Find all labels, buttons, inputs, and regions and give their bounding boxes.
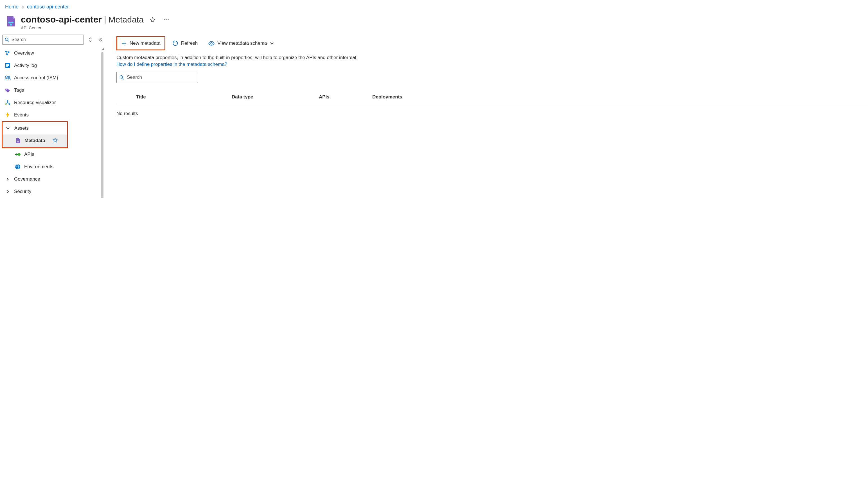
breadcrumb-home[interactable]: Home (5, 4, 19, 10)
view-metadata-schema-button[interactable]: View metadata schema (205, 38, 277, 49)
sidebar-scrollbar[interactable] (101, 52, 103, 198)
column-header-title[interactable]: Title (136, 94, 232, 100)
svg-point-4 (166, 19, 166, 20)
access-control-icon (4, 75, 11, 81)
refresh-button[interactable]: Refresh (169, 38, 201, 49)
main-content: New metadata Refresh View metadata schem… (107, 33, 868, 116)
content-search[interactable] (116, 72, 198, 83)
sidebar-item-tags[interactable]: Tags (2, 84, 104, 96)
sidebar-item-iam[interactable]: Access control (IAM) (2, 72, 104, 84)
sidebar-group-label: Security (14, 189, 31, 194)
apis-icon (14, 151, 21, 157)
favorite-button[interactable] (148, 15, 157, 24)
plus-icon (121, 40, 127, 46)
column-header-data-type[interactable]: Data type (232, 94, 319, 100)
svg-point-6 (5, 38, 8, 41)
svg-point-20 (9, 103, 10, 105)
highlight-assets-metadata: Assets Metadata (2, 121, 68, 148)
content-search-input[interactable] (127, 74, 195, 80)
chevron-double-left-icon (98, 37, 103, 42)
highlight-new-metadata: New metadata (116, 36, 165, 50)
more-button[interactable] (162, 17, 171, 22)
scroll-up-icon[interactable]: ▲ (101, 47, 105, 51)
content-description: Custom metadata properties, in addition … (116, 55, 868, 67)
chevron-down-icon (5, 127, 11, 130)
sidebar-group-security[interactable]: Security (2, 185, 104, 198)
breadcrumb: Home contoso-api-center (0, 0, 868, 13)
svg-rect-13 (6, 65, 9, 66)
sidebar-item-label: Overview (14, 50, 34, 56)
more-horizontal-icon (163, 19, 169, 21)
page-subtitle: API Center (21, 25, 171, 30)
sidebar: ▲ Overview Activity log Access control (… (0, 33, 107, 198)
chevron-right-icon (4, 177, 11, 181)
sidebar-search[interactable] (2, 35, 84, 45)
sidebar-group-assets[interactable]: Assets (3, 122, 67, 134)
favorite-item-button[interactable] (53, 138, 58, 144)
new-metadata-button[interactable]: New metadata (118, 38, 164, 49)
view-schema-icon (208, 41, 215, 46)
chevron-right-icon (21, 5, 24, 9)
toolbar-button-label: Refresh (181, 40, 198, 46)
page-section-label: Metadata (108, 15, 144, 24)
toolbar: New metadata Refresh View metadata schem… (116, 35, 868, 55)
svg-point-16 (8, 76, 10, 78)
events-icon (4, 112, 11, 118)
resource-visualizer-icon (4, 99, 11, 106)
environments-icon (14, 164, 21, 170)
svg-point-19 (5, 103, 7, 105)
sidebar-item-environments[interactable]: Environments (2, 161, 104, 173)
no-results-message: No results (116, 104, 868, 116)
svg-point-3 (164, 19, 164, 20)
breadcrumb-resource[interactable]: contoso-api-center (27, 4, 69, 10)
sidebar-group-governance[interactable]: Governance (2, 173, 104, 185)
sidebar-item-metadata[interactable]: Metadata (3, 134, 67, 147)
chevron-down-icon (270, 40, 274, 46)
chevron-right-icon (4, 189, 11, 193)
sidebar-expand-collapse-button[interactable] (87, 35, 94, 44)
refresh-icon (173, 40, 178, 46)
svg-rect-12 (6, 64, 9, 65)
sidebar-item-label: Access control (IAM) (14, 75, 58, 81)
svg-rect-14 (6, 66, 8, 67)
page-header: contoso-api-center | Metadata API Center (0, 13, 868, 33)
help-link[interactable]: How do I define properties in the metada… (116, 62, 227, 67)
api-center-resource-icon (5, 16, 17, 27)
svg-point-5 (167, 19, 168, 20)
page-title: contoso-api-center (21, 14, 102, 25)
svg-line-26 (123, 78, 124, 80)
toolbar-button-label: View metadata schema (217, 40, 267, 46)
sidebar-item-label: Events (14, 112, 29, 118)
sidebar-group-label: Assets (14, 125, 29, 131)
svg-point-18 (7, 100, 8, 102)
svg-point-25 (120, 76, 123, 79)
sidebar-item-label: Activity log (14, 63, 37, 68)
sidebar-item-label: Metadata (25, 138, 45, 144)
sidebar-item-label: Tags (14, 88, 24, 93)
sidebar-collapse-button[interactable] (97, 36, 104, 43)
sidebar-item-apis[interactable]: APIs (2, 148, 104, 161)
svg-point-22 (18, 153, 21, 156)
svg-rect-21 (17, 141, 19, 142)
sidebar-group-label: Governance (14, 176, 40, 182)
sidebar-search-input[interactable] (11, 37, 81, 42)
sidebar-item-activity-log[interactable]: Activity log (2, 59, 104, 72)
metadata-icon (15, 138, 21, 144)
star-outline-icon (53, 138, 58, 143)
star-outline-icon (150, 17, 155, 23)
table-header: Title Data type APIs Deployments (116, 94, 868, 104)
chevron-updown-icon (88, 37, 92, 42)
sidebar-item-label: APIs (24, 152, 34, 157)
column-header-deployments[interactable]: Deployments (372, 94, 868, 100)
sidebar-item-events[interactable]: Events (2, 109, 104, 121)
sidebar-item-overview[interactable]: Overview (2, 47, 104, 59)
sidebar-item-label: Resource visualizer (14, 100, 56, 106)
svg-line-7 (8, 40, 9, 42)
column-header-apis[interactable]: APIs (319, 94, 372, 100)
svg-point-15 (6, 76, 8, 78)
sidebar-item-resource-visualizer[interactable]: Resource visualizer (2, 96, 104, 109)
title-separator: | (104, 15, 106, 24)
sidebar-item-label: Environments (24, 164, 54, 170)
toolbar-button-label: New metadata (130, 40, 160, 46)
svg-point-17 (6, 89, 7, 90)
